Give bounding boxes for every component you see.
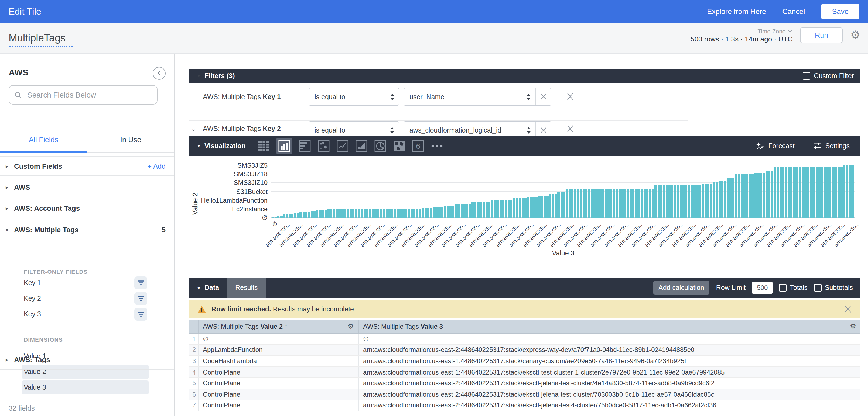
clear-value-button[interactable] — [535, 122, 551, 136]
area-chart-icon[interactable] — [355, 140, 368, 152]
caret-right-icon: ▸ — [0, 357, 14, 362]
dismiss-warning-button[interactable] — [844, 305, 852, 313]
column-chart-icon-selected[interactable] — [276, 138, 292, 154]
chart-bar — [574, 188, 577, 218]
tab-results[interactable]: Results — [226, 278, 266, 298]
column-header-value2[interactable]: AWS: Multiple Tags Value 2 ↑ ⚙ — [198, 319, 359, 333]
totals-checkbox[interactable] — [779, 284, 786, 292]
settings-button[interactable]: Settings — [813, 142, 850, 150]
chart-bar — [352, 209, 354, 218]
filter-operator-select[interactable]: is equal to — [309, 88, 399, 106]
cell-value2[interactable]: ∅ — [198, 334, 359, 344]
bar-chart-icon[interactable] — [298, 140, 311, 152]
explore-from-here-link[interactable]: Explore from Here — [707, 7, 766, 15]
cell-value3[interactable]: arn:aws:cloudformation:us-east-2:4486402… — [359, 345, 861, 355]
sidebar-field-key-2[interactable]: Key 2 — [22, 291, 149, 306]
table-row[interactable]: 6ControlPlanearn:aws:cloudformation:us-e… — [189, 389, 861, 400]
table-row[interactable]: 7ControlPlanearn:aws:cloudformation:us-e… — [189, 400, 861, 411]
row-limit-input[interactable] — [752, 282, 773, 294]
filters-header-bar[interactable]: ▾ Filters (3) Custom Filter — [189, 69, 861, 83]
chart-bar — [710, 184, 712, 218]
cell-value3[interactable]: arn:aws:cloudformation:us-east-1:4486402… — [359, 356, 861, 366]
column-gear-icon[interactable]: ⚙ — [850, 322, 856, 330]
table-row[interactable]: 1∅∅ — [189, 334, 861, 345]
sidebar-item-aws-account-tags[interactable]: ▸ AWS: Account Tags — [0, 199, 174, 218]
chart-bar — [458, 205, 460, 218]
table-row[interactable]: 3CodeHashLambdaarn:aws:cloudformation:us… — [189, 356, 861, 367]
subtotals-toggle[interactable]: Subtotals — [814, 284, 853, 292]
subtotals-label: Subtotals — [825, 284, 853, 292]
sidebar-field-key-1[interactable]: Key 1 — [22, 276, 149, 290]
sidebar-collapse-button[interactable] — [153, 67, 166, 80]
remove-filter-button[interactable] — [566, 93, 575, 101]
line-chart-icon[interactable] — [336, 140, 349, 152]
visualization-header-bar[interactable]: ▾ Visualization — [189, 136, 861, 156]
chart-bar — [849, 166, 851, 218]
remove-filter-button[interactable] — [566, 125, 575, 134]
add-custom-field-button[interactable]: + Add — [148, 162, 166, 170]
cell-value3[interactable]: arn:aws:cloudformation:us-east-2:4486402… — [359, 389, 861, 400]
cell-value2[interactable]: ControlPlane — [198, 367, 359, 378]
cell-value2[interactable]: ControlPlane — [198, 400, 359, 411]
sidebar-field-value-3[interactable]: Value 3 — [22, 380, 149, 394]
query-header: MultipleTags Time Zone 500 rows · 1.3s ·… — [0, 23, 868, 54]
chart-bar — [677, 185, 679, 218]
sidebar-item-aws-tags[interactable]: ▸ AWS: Tags — [0, 350, 174, 370]
cell-value2[interactable]: ControlPlane — [198, 378, 359, 388]
custom-filter-checkbox[interactable] — [802, 72, 810, 80]
filter-by-field-button[interactable] — [134, 308, 147, 321]
cell-value3[interactable]: arn:aws:cloudformation:us-east-2:4486402… — [359, 400, 861, 411]
chart-bar — [311, 211, 313, 218]
table-row[interactable]: 5ControlPlanearn:aws:cloudformation:us-e… — [189, 378, 861, 389]
cell-value2[interactable]: ControlPlane — [198, 389, 359, 400]
more-chart-types-icon[interactable] — [431, 140, 443, 152]
chart-bar — [843, 166, 845, 218]
cancel-link[interactable]: Cancel — [782, 7, 805, 15]
filter-icon — [137, 280, 144, 286]
filter-by-field-button[interactable] — [134, 292, 147, 305]
sidebar-field-key-3[interactable]: Key 3 — [22, 307, 149, 321]
table-row[interactable]: 4ControlPlanearn:aws:cloudformation:us-e… — [189, 367, 861, 378]
chart-bar — [760, 173, 762, 218]
column-header-value3[interactable]: AWS: Multiple Tags Value 3 ⚙ — [359, 319, 861, 333]
single-value-chart-icon[interactable]: 6 — [412, 140, 425, 152]
timezone-selector[interactable]: Time Zone — [757, 28, 793, 34]
filter-operator-select[interactable]: is equal to — [309, 121, 399, 136]
add-calculation-button[interactable]: Add calculation — [653, 281, 710, 295]
query-title[interactable]: MultipleTags — [9, 32, 73, 47]
search-input[interactable] — [26, 90, 152, 100]
chart-bar — [787, 167, 790, 218]
sidebar-item-aws-multiple-tags[interactable]: ▾ AWS: Multiple Tags 5 — [0, 220, 174, 239]
save-button[interactable]: Save — [821, 4, 859, 20]
filter-by-field-button[interactable] — [134, 276, 147, 289]
cell-value3[interactable]: arn:aws:cloudformation:us-east-1:4486402… — [359, 367, 861, 378]
chart-bar — [400, 209, 402, 218]
pie-chart-icon[interactable] — [374, 140, 387, 152]
chevron-down-icon[interactable]: ⌄ — [191, 126, 196, 133]
column-gear-icon[interactable]: ⚙ — [348, 322, 354, 330]
cell-value2[interactable]: AppLambdaFunction — [198, 345, 359, 355]
scatter-chart-icon[interactable] — [317, 140, 330, 152]
data-header-bar[interactable]: ▾ Data Results Add calculation Row Limit… — [189, 278, 861, 298]
tab-all-fields[interactable]: All Fields — [0, 136, 87, 144]
cell-value3[interactable]: ∅ — [359, 334, 861, 344]
subtotals-checkbox[interactable] — [814, 284, 822, 292]
map-chart-icon[interactable] — [393, 140, 406, 152]
run-button[interactable]: Run — [800, 28, 843, 43]
cell-value2[interactable]: CodeHashLambda — [198, 356, 359, 366]
filter-value-select[interactable]: user_Name — [404, 88, 551, 106]
table-chart-icon[interactable] — [257, 140, 270, 152]
chart-bar — [568, 188, 571, 218]
chart-bar — [738, 174, 740, 218]
clear-value-button[interactable] — [535, 89, 551, 105]
query-settings-gear-icon[interactable]: ⚙ — [850, 30, 861, 41]
cell-value3[interactable]: arn:aws:cloudformation:us-east-2:4486402… — [359, 378, 861, 388]
forecast-button[interactable]: Forecast — [756, 142, 794, 150]
totals-toggle[interactable]: Totals — [779, 284, 807, 292]
tab-in-use[interactable]: In Use — [87, 136, 174, 144]
filter-value-select[interactable]: aws_cloudformation_logical_id — [404, 121, 551, 136]
sidebar-item-aws[interactable]: ▸ AWS — [0, 178, 174, 197]
chart-bar — [580, 188, 582, 218]
table-row[interactable]: 2AppLambdaFunctionarn:aws:cloudformation… — [189, 345, 861, 356]
sidebar-item-custom-fields[interactable]: ▸ Custom Fields + Add — [0, 156, 174, 176]
